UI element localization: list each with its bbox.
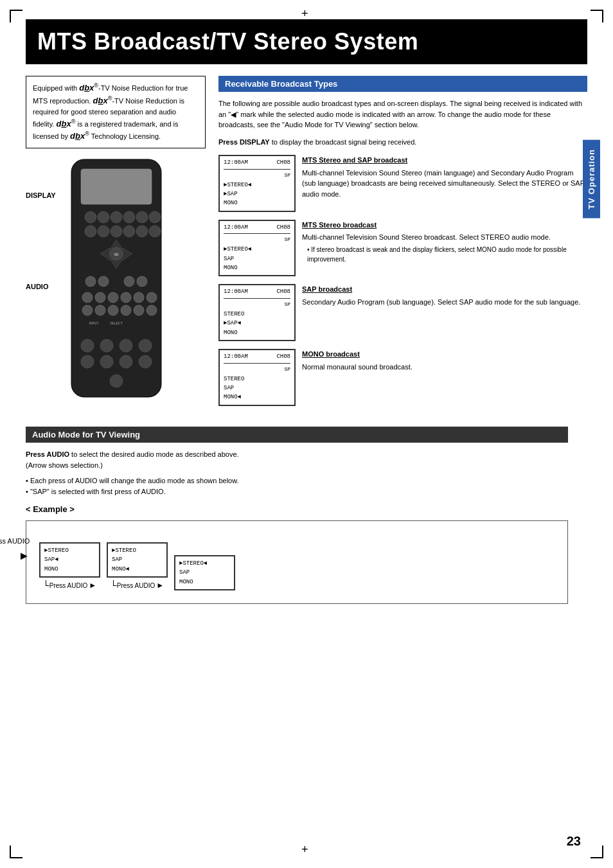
- broadcast-title-mts-sap: MTS Stereo and SAP broadcast: [302, 155, 587, 166]
- broadcast-note-mts-stereo: If stereo broadcast is weak and the disp…: [302, 245, 587, 264]
- svg-point-3: [98, 211, 109, 223]
- side-tab: TV Operation: [583, 140, 600, 218]
- press-audio-text-below-1: Press AUDIO: [49, 582, 87, 589]
- svg-point-38: [100, 339, 113, 352]
- svg-point-6: [136, 211, 148, 223]
- dbx-box: Equipped with dbx®-TV Noise Reduction fo…: [26, 76, 206, 148]
- bottom-section: Audio Mode for TV Viewing Press AUDIO to…: [26, 427, 587, 604]
- dbx-logo-1: dbx: [79, 83, 94, 93]
- svg-point-21: [124, 276, 134, 287]
- dbx-logo-4: dbx: [70, 131, 85, 141]
- svg-point-30: [95, 305, 105, 315]
- svg-point-27: [134, 292, 144, 303]
- dbx-logo-2: dbx: [93, 96, 108, 105]
- right-column: TV Operation Receivable Broadcast Types …: [218, 76, 587, 414]
- left-column: Equipped with dbx®-TV Noise Reduction fo…: [26, 76, 206, 414]
- remote-svg: INPUT SELECT OK: [58, 156, 174, 400]
- tv-screen-mts-stereo: 12:00AMCH08 SP ►STEREO◄ SAP MONO: [218, 220, 296, 277]
- audio-bullet-2: "SAP" is selected with first press of AU…: [26, 486, 568, 498]
- svg-point-43: [120, 355, 132, 368]
- svg-point-33: [134, 305, 144, 315]
- svg-text:SELECT: SELECT: [110, 321, 122, 325]
- broadcast-desc-mts-sap: Multi-channel Television Sound Stereo (m…: [302, 168, 587, 200]
- arrow-right-2: ►: [156, 581, 164, 590]
- corner-mark-tl: [10, 10, 22, 22]
- svg-point-22: [137, 276, 147, 287]
- receivable-header: Receivable Broadcast Types: [218, 76, 587, 92]
- svg-point-41: [81, 355, 94, 368]
- dbx-logo-3: dbx: [56, 119, 71, 128]
- svg-text:OK: OK: [114, 252, 119, 256]
- audio-mode-press-text: Press AUDIO to select the desired audio …: [26, 449, 568, 472]
- dbx-sup-4: ®: [85, 130, 89, 137]
- svg-point-4: [111, 211, 122, 223]
- broadcast-title-mono: MONO broadcast: [302, 349, 587, 360]
- broadcast-row-mts-sap: 12:00AMCH08 SP ►STEREO◄ ►SAP MONO MTS St…: [218, 155, 587, 212]
- svg-point-20: [98, 276, 109, 287]
- svg-point-40: [139, 339, 152, 352]
- broadcast-text-mono: MONO broadcast Normal monaural sound bro…: [302, 349, 587, 372]
- page-wrapper: MTS Broadcast/TV Stereo System Equipped …: [0, 0, 613, 868]
- broadcast-row-mts-stereo: 12:00AMCH08 SP ►STEREO◄ SAP MONO MTS Ste…: [218, 220, 587, 277]
- page-title: MTS Broadcast/TV Stereo System: [37, 28, 576, 55]
- broadcast-intro: The following are possible audio broadca…: [218, 98, 587, 130]
- broadcast-title-mts-stereo: MTS Stereo broadcast: [302, 220, 587, 231]
- example-screen-1: ►STEREO SAP◄ MONO: [39, 542, 100, 578]
- svg-point-24: [95, 292, 105, 303]
- svg-point-2: [85, 211, 96, 223]
- svg-point-29: [82, 305, 93, 315]
- display-label: DISPLAY: [26, 191, 56, 199]
- example-screen-group-1: ►STEREO SAP◄ MONO └ Press AUDIO ►: [39, 542, 100, 590]
- svg-point-37: [81, 339, 94, 352]
- corner-mark-tr: [591, 10, 603, 22]
- svg-point-28: [147, 292, 157, 303]
- press-display-text: Press DISPLAY to display the broadcast s…: [218, 137, 587, 148]
- svg-point-13: [149, 226, 161, 237]
- svg-point-44: [139, 355, 152, 368]
- remote-wrapper: DISPLAY AUDIO: [26, 156, 206, 400]
- page-number: 23: [567, 834, 581, 849]
- svg-point-26: [121, 292, 131, 303]
- audio-mode-header: Audio Mode for TV Viewing: [26, 427, 568, 443]
- svg-point-19: [85, 276, 96, 287]
- svg-point-7: [149, 211, 161, 223]
- svg-point-12: [136, 226, 148, 237]
- audio-bullet-1: Each press of AUDIO will change the audi…: [26, 475, 568, 487]
- tv-screen-sap: 12:00AMCH08 SP STEREO ►SAP◄ MONO: [218, 284, 296, 341]
- example-screen-3: ►STEREO◄ SAP MONO: [174, 555, 235, 590]
- svg-point-25: [108, 292, 118, 303]
- press-audio-label-2: └ Press AUDIO ►: [111, 580, 164, 590]
- svg-point-9: [98, 226, 109, 237]
- dbx-text5: Technology Licensing.: [89, 132, 161, 140]
- corner-arrow-1: └: [43, 580, 49, 590]
- title-bar: MTS Broadcast/TV Stereo System: [26, 19, 587, 64]
- broadcast-title-sap: SAP broadcast: [302, 284, 587, 295]
- broadcast-text-mts-stereo: MTS Stereo broadcast Multi-channel Telev…: [302, 220, 587, 264]
- press-audio-text-1: Press AUDIO: [0, 537, 30, 545]
- example-screen-group-2: ►STEREO SAP MONO◄ └ Press AUDIO ►: [107, 542, 168, 590]
- svg-point-45: [110, 375, 123, 387]
- svg-text:INPUT: INPUT: [89, 321, 98, 325]
- svg-point-34: [147, 305, 157, 315]
- svg-point-32: [121, 305, 131, 315]
- svg-point-23: [82, 292, 93, 303]
- broadcast-row-sap: 12:00AMCH08 SP STEREO ►SAP◄ MONO SAP bro…: [218, 284, 587, 341]
- press-audio-arrow-1: ►: [19, 549, 30, 563]
- corner-mark-br: [591, 846, 603, 858]
- press-audio-initial-label: Press AUDIO ►: [0, 537, 30, 563]
- svg-rect-1: [81, 169, 152, 204]
- svg-point-5: [123, 211, 135, 223]
- svg-point-31: [108, 305, 118, 315]
- broadcast-text-mts-sap: MTS Stereo and SAP broadcast Multi-chann…: [302, 155, 587, 199]
- example-label: < Example >: [26, 504, 568, 514]
- press-audio-label-1: └ Press AUDIO ►: [43, 580, 96, 590]
- svg-point-8: [85, 226, 96, 237]
- audio-label: AUDIO: [26, 283, 56, 290]
- crosshair-top: [300, 10, 313, 22]
- press-audio-text-below-2: Press AUDIO: [117, 582, 155, 589]
- tv-screen-mono: 12:00AMCH08 SP STEREO SAP MONO◄: [218, 349, 296, 406]
- svg-point-10: [111, 226, 122, 237]
- svg-point-11: [123, 226, 135, 237]
- broadcast-desc-mts-stereo: Multi-channel Television Sound Stereo br…: [302, 232, 587, 243]
- example-diagram: Press AUDIO ► ►STEREO SAP◄ MONO └ Press …: [26, 520, 568, 604]
